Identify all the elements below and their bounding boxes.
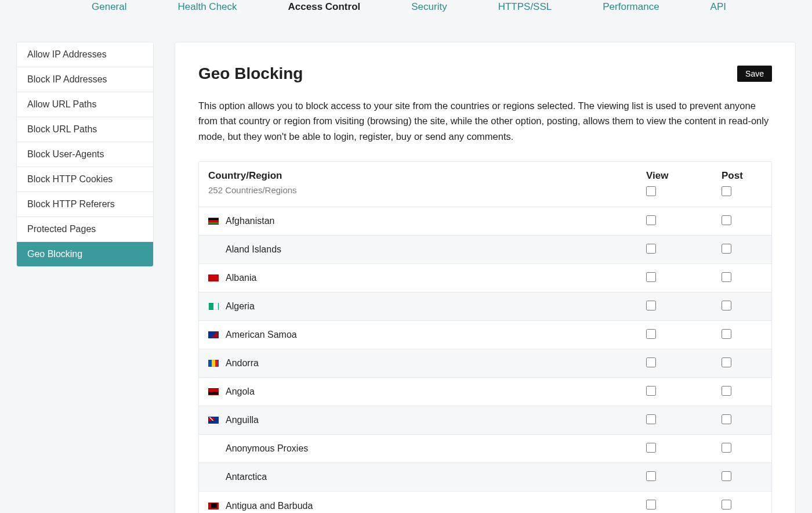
table-row: Algeria bbox=[199, 292, 771, 321]
col-view-header: View bbox=[646, 170, 722, 198]
country-cell: Andorra bbox=[208, 358, 646, 369]
post-cell bbox=[722, 471, 762, 483]
post-checkbox[interactable] bbox=[722, 386, 731, 396]
country-name: Angola bbox=[226, 386, 255, 397]
content-panel: Geo Blocking Save This option allows you… bbox=[175, 42, 796, 513]
post-cell bbox=[722, 500, 762, 512]
flag-icon bbox=[208, 388, 219, 395]
sidebar-item-allow-ip-addresses[interactable]: Allow IP Addresses bbox=[17, 42, 153, 67]
flag-icon bbox=[208, 274, 219, 281]
geo-table-header: Country/Region 252 Countries/Regions Vie… bbox=[199, 162, 771, 207]
country-cell: Algeria bbox=[208, 301, 646, 312]
post-select-all-checkbox[interactable] bbox=[722, 186, 731, 196]
top-tab-https-ssl[interactable]: HTTPS/SSL bbox=[494, 0, 557, 14]
post-cell bbox=[722, 329, 762, 341]
post-checkbox[interactable] bbox=[722, 215, 731, 225]
content-header: Geo Blocking Save bbox=[198, 64, 772, 83]
sidebar-item-block-http-cookies[interactable]: Block HTTP Cookies bbox=[17, 167, 153, 192]
country-cell: Anguilla bbox=[208, 415, 646, 425]
top-tabs: GeneralHealth CheckAccess ControlSecurit… bbox=[0, 0, 812, 23]
post-checkbox[interactable] bbox=[722, 301, 731, 310]
post-cell bbox=[722, 215, 762, 227]
view-checkbox[interactable] bbox=[646, 471, 656, 481]
post-cell bbox=[722, 357, 762, 370]
table-row: Anguilla bbox=[199, 406, 771, 435]
sidebar-item-block-http-referers[interactable]: Block HTTP Referers bbox=[17, 192, 153, 217]
country-cell: Albania bbox=[208, 273, 646, 283]
post-checkbox[interactable] bbox=[722, 272, 731, 282]
page-title: Geo Blocking bbox=[198, 64, 303, 83]
table-row: Andorra bbox=[199, 349, 771, 378]
view-checkbox[interactable] bbox=[646, 244, 656, 254]
country-cell: Antarctica bbox=[208, 472, 646, 482]
view-cell bbox=[646, 443, 722, 455]
sidebar: Allow IP AddressesBlock IP AddressesAllo… bbox=[16, 42, 154, 267]
view-cell bbox=[646, 301, 722, 313]
top-tab-health-check[interactable]: Health Check bbox=[173, 0, 241, 14]
view-checkbox[interactable] bbox=[646, 329, 656, 339]
top-tab-general[interactable]: General bbox=[87, 0, 131, 14]
table-row: Angola bbox=[199, 378, 771, 406]
sidebar-item-block-url-paths[interactable]: Block URL Paths bbox=[17, 117, 153, 142]
post-checkbox[interactable] bbox=[722, 443, 731, 453]
view-checkbox[interactable] bbox=[646, 414, 656, 424]
flag-icon bbox=[208, 417, 219, 424]
view-cell bbox=[646, 471, 722, 483]
country-cell: Aland Islands bbox=[208, 244, 646, 255]
post-header-label: Post bbox=[722, 170, 762, 182]
country-name: Aland Islands bbox=[226, 244, 281, 255]
main-area: Allow IP AddressesBlock IP AddressesAllo… bbox=[0, 23, 812, 513]
sidebar-item-block-user-agents[interactable]: Block User-Agents bbox=[17, 142, 153, 167]
post-cell bbox=[722, 244, 762, 256]
country-cell: Antigua and Barbuda bbox=[208, 501, 646, 511]
view-select-all-checkbox[interactable] bbox=[646, 186, 656, 196]
post-cell bbox=[722, 386, 762, 398]
table-row: Antigua and Barbuda bbox=[199, 492, 771, 513]
view-checkbox[interactable] bbox=[646, 443, 656, 453]
save-button[interactable]: Save bbox=[737, 66, 772, 82]
country-name: American Samoa bbox=[226, 330, 297, 340]
country-name: Algeria bbox=[226, 301, 255, 312]
sidebar-item-protected-pages[interactable]: Protected Pages bbox=[17, 217, 153, 242]
sidebar-item-allow-url-paths[interactable]: Allow URL Paths bbox=[17, 92, 153, 117]
view-checkbox[interactable] bbox=[646, 215, 656, 225]
top-tab-access-control[interactable]: Access Control bbox=[284, 0, 365, 14]
view-cell bbox=[646, 357, 722, 370]
table-row: Antarctica bbox=[199, 463, 771, 492]
col-post-header: Post bbox=[722, 170, 762, 198]
view-checkbox[interactable] bbox=[646, 386, 656, 396]
view-checkbox[interactable] bbox=[646, 301, 656, 310]
post-checkbox[interactable] bbox=[722, 471, 731, 481]
post-checkbox[interactable] bbox=[722, 244, 731, 254]
view-cell bbox=[646, 215, 722, 227]
post-cell bbox=[722, 272, 762, 284]
view-checkbox[interactable] bbox=[646, 500, 656, 510]
table-row: Albania bbox=[199, 264, 771, 292]
view-cell bbox=[646, 272, 722, 284]
top-tab-api[interactable]: API bbox=[706, 0, 731, 14]
post-checkbox[interactable] bbox=[722, 329, 731, 339]
country-cell: Anonymous Proxies bbox=[208, 443, 646, 454]
post-checkbox[interactable] bbox=[722, 414, 731, 424]
table-row: American Samoa bbox=[199, 321, 771, 349]
view-cell bbox=[646, 386, 722, 398]
view-cell bbox=[646, 244, 722, 256]
flag-icon bbox=[208, 503, 219, 510]
description-text: This option allows you to block access t… bbox=[198, 98, 772, 144]
view-checkbox[interactable] bbox=[646, 357, 656, 367]
post-cell bbox=[722, 414, 762, 427]
top-tab-performance[interactable]: Performance bbox=[598, 0, 664, 14]
view-cell bbox=[646, 500, 722, 512]
sidebar-item-block-ip-addresses[interactable]: Block IP Addresses bbox=[17, 67, 153, 92]
country-cell: American Samoa bbox=[208, 330, 646, 340]
view-checkbox[interactable] bbox=[646, 272, 656, 282]
table-row: Afghanistan bbox=[199, 207, 771, 236]
top-tab-security[interactable]: Security bbox=[407, 0, 451, 14]
post-checkbox[interactable] bbox=[722, 500, 731, 510]
country-cell: Afghanistan bbox=[208, 216, 646, 226]
sidebar-item-geo-blocking[interactable]: Geo Blocking bbox=[17, 242, 153, 266]
geo-table-body: AfghanistanAland IslandsAlbaniaAlgeriaAm… bbox=[199, 207, 771, 513]
country-name: Antigua and Barbuda bbox=[226, 501, 313, 511]
post-checkbox[interactable] bbox=[722, 357, 731, 367]
country-name: Anonymous Proxies bbox=[226, 443, 308, 454]
